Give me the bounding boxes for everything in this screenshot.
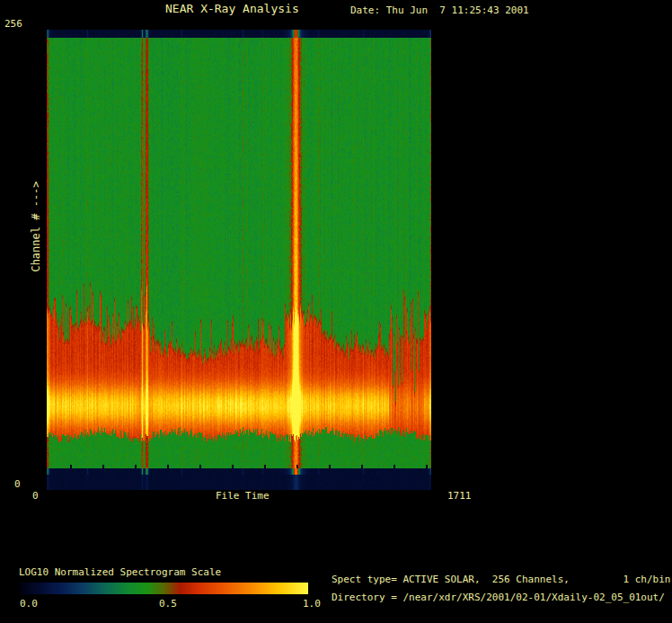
page-title: NEAR X-Ray Analysis	[165, 4, 299, 14]
colorbar-tick-right: 1.0	[303, 599, 321, 610]
colorbar-tick-mid: 0.5	[159, 599, 177, 610]
y-axis-tick-max: 256	[4, 19, 22, 30]
colorbar-label: LOG10 Normalized Spectrogram Scale	[19, 567, 221, 578]
date-label: Date: Thu Jun 7 11:25:43 2001	[350, 5, 529, 16]
x-axis-title: File Time	[216, 491, 270, 502]
y-axis-tick-min: 0	[14, 479, 21, 490]
colorbar-tick-left: 0.0	[20, 599, 38, 610]
y-axis-title: Channel # --->	[30, 181, 42, 271]
spect-type-info: Spect type= ACTIVE SOLAR, 256 Channels, …	[332, 574, 671, 585]
colorbar-gradient	[20, 583, 308, 594]
x-axis-tick-max: 1711	[447, 491, 472, 502]
directory-info: Directory = /near/xdr/XRS/2001/02-01/Xda…	[332, 592, 665, 603]
spectrogram-image	[47, 30, 431, 490]
near-xray-analysis-window: NEAR X-Ray Analysis Date: Thu Jun 7 11:2…	[0, 0, 672, 623]
x-axis-tick-min: 0	[32, 491, 39, 502]
